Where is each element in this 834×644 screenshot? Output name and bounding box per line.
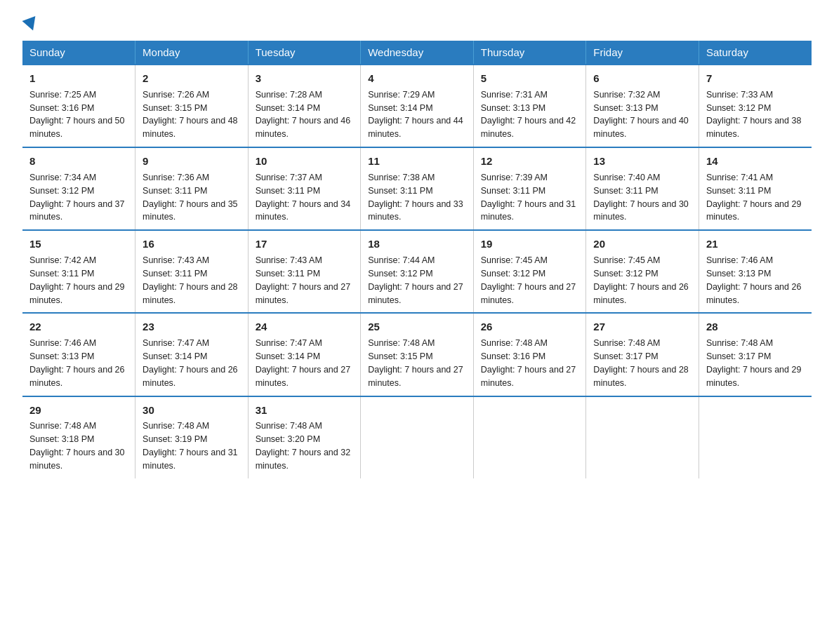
- calendar-cell: 6 Sunrise: 7:32 AMSunset: 3:13 PMDayligh…: [586, 65, 699, 147]
- calendar-cell: 23 Sunrise: 7:47 AMSunset: 3:14 PMDaylig…: [135, 313, 249, 396]
- day-info: Sunrise: 7:48 AMSunset: 3:20 PMDaylight:…: [256, 421, 351, 471]
- calendar-week-row: 15 Sunrise: 7:42 AMSunset: 3:11 PMDaylig…: [22, 230, 812, 313]
- calendar-header: Sunday Monday Tuesday Wednesday Thursday…: [22, 41, 812, 65]
- calendar-cell: 18 Sunrise: 7:44 AMSunset: 3:12 PMDaylig…: [361, 230, 474, 313]
- day-info: Sunrise: 7:44 AMSunset: 3:12 PMDaylight:…: [368, 255, 463, 305]
- day-info: Sunrise: 7:48 AMSunset: 3:17 PMDaylight:…: [706, 338, 802, 388]
- day-info: Sunrise: 7:39 AMSunset: 3:11 PMDaylight:…: [481, 173, 576, 222]
- calendar-week-row: 1 Sunrise: 7:25 AMSunset: 3:16 PMDayligh…: [22, 65, 812, 147]
- day-info: Sunrise: 7:48 AMSunset: 3:19 PMDaylight:…: [143, 421, 238, 471]
- calendar-cell: [361, 396, 474, 478]
- calendar-cell: 24 Sunrise: 7:47 AMSunset: 3:14 PMDaylig…: [248, 313, 361, 396]
- day-number: 3: [256, 71, 354, 86]
- day-info: Sunrise: 7:46 AMSunset: 3:13 PMDaylight:…: [706, 255, 802, 305]
- calendar-cell: 21 Sunrise: 7:46 AMSunset: 3:13 PMDaylig…: [699, 230, 812, 313]
- day-number: 26: [481, 319, 579, 335]
- day-number: 16: [143, 236, 241, 252]
- calendar-cell: 30 Sunrise: 7:48 AMSunset: 3:19 PMDaylig…: [135, 396, 249, 478]
- day-info: Sunrise: 7:48 AMSunset: 3:16 PMDaylight:…: [481, 338, 576, 388]
- day-number: 31: [256, 403, 354, 418]
- calendar-week-row: 8 Sunrise: 7:34 AMSunset: 3:12 PMDayligh…: [22, 147, 812, 230]
- calendar-cell: 13 Sunrise: 7:40 AMSunset: 3:11 PMDaylig…: [586, 147, 699, 230]
- day-number: 29: [29, 403, 128, 418]
- day-info: Sunrise: 7:41 AMSunset: 3:11 PMDaylight:…: [706, 173, 802, 222]
- day-number: 1: [29, 71, 128, 86]
- logo: [22, 17, 38, 29]
- calendar-cell: 3 Sunrise: 7:28 AMSunset: 3:14 PMDayligh…: [248, 65, 361, 147]
- day-info: Sunrise: 7:48 AMSunset: 3:18 PMDaylight:…: [29, 421, 125, 471]
- calendar-cell: [699, 396, 812, 478]
- day-info: Sunrise: 7:40 AMSunset: 3:11 PMDaylight:…: [593, 173, 689, 222]
- calendar-cell: 20 Sunrise: 7:45 AMSunset: 3:12 PMDaylig…: [586, 230, 699, 313]
- day-info: Sunrise: 7:45 AMSunset: 3:12 PMDaylight:…: [481, 255, 576, 305]
- day-info: Sunrise: 7:43 AMSunset: 3:11 PMDaylight:…: [256, 255, 351, 305]
- day-number: 9: [143, 154, 241, 169]
- day-number: 20: [593, 236, 691, 252]
- col-sunday: Sunday: [22, 41, 135, 65]
- day-info: Sunrise: 7:31 AMSunset: 3:13 PMDaylight:…: [481, 90, 576, 140]
- day-info: Sunrise: 7:25 AMSunset: 3:16 PMDaylight:…: [29, 90, 125, 140]
- day-info: Sunrise: 7:48 AMSunset: 3:17 PMDaylight:…: [593, 338, 689, 388]
- day-number: 6: [593, 71, 691, 86]
- day-number: 10: [256, 154, 354, 169]
- day-number: 14: [706, 154, 805, 169]
- day-number: 7: [706, 71, 805, 86]
- day-number: 19: [481, 236, 579, 252]
- calendar-cell: 14 Sunrise: 7:41 AMSunset: 3:11 PMDaylig…: [699, 147, 812, 230]
- calendar-cell: 31 Sunrise: 7:48 AMSunset: 3:20 PMDaylig…: [248, 396, 361, 478]
- day-info: Sunrise: 7:37 AMSunset: 3:11 PMDaylight:…: [256, 173, 351, 222]
- day-info: Sunrise: 7:26 AMSunset: 3:15 PMDaylight:…: [143, 90, 238, 140]
- col-saturday: Saturday: [699, 41, 812, 65]
- day-number: 4: [368, 71, 466, 86]
- calendar-week-row: 29 Sunrise: 7:48 AMSunset: 3:18 PMDaylig…: [22, 396, 812, 478]
- day-info: Sunrise: 7:45 AMSunset: 3:12 PMDaylight:…: [593, 255, 689, 305]
- calendar-cell: 29 Sunrise: 7:48 AMSunset: 3:18 PMDaylig…: [22, 396, 135, 478]
- day-number: 21: [706, 236, 805, 252]
- day-info: Sunrise: 7:47 AMSunset: 3:14 PMDaylight:…: [143, 338, 238, 388]
- day-number: 27: [593, 319, 691, 335]
- calendar-cell: 11 Sunrise: 7:38 AMSunset: 3:11 PMDaylig…: [361, 147, 474, 230]
- calendar-cell: 7 Sunrise: 7:33 AMSunset: 3:12 PMDayligh…: [699, 65, 812, 147]
- day-info: Sunrise: 7:34 AMSunset: 3:12 PMDaylight:…: [29, 173, 125, 222]
- day-number: 11: [368, 154, 466, 169]
- day-number: 15: [29, 236, 128, 252]
- day-number: 8: [29, 154, 128, 169]
- col-thursday: Thursday: [473, 41, 586, 65]
- calendar-cell: 1 Sunrise: 7:25 AMSunset: 3:16 PMDayligh…: [22, 65, 135, 147]
- day-number: 28: [706, 319, 805, 335]
- day-info: Sunrise: 7:46 AMSunset: 3:13 PMDaylight:…: [29, 338, 125, 388]
- calendar-cell: [586, 396, 699, 478]
- col-monday: Monday: [135, 41, 249, 65]
- day-info: Sunrise: 7:28 AMSunset: 3:14 PMDaylight:…: [256, 90, 351, 140]
- day-info: Sunrise: 7:43 AMSunset: 3:11 PMDaylight:…: [143, 255, 238, 305]
- calendar-cell: 5 Sunrise: 7:31 AMSunset: 3:13 PMDayligh…: [473, 65, 586, 147]
- page-header: [22, 17, 812, 29]
- calendar-cell: 22 Sunrise: 7:46 AMSunset: 3:13 PMDaylig…: [22, 313, 135, 396]
- col-friday: Friday: [586, 41, 699, 65]
- day-number: 17: [256, 236, 354, 252]
- calendar-cell: 2 Sunrise: 7:26 AMSunset: 3:15 PMDayligh…: [135, 65, 249, 147]
- day-number: 12: [481, 154, 579, 169]
- calendar-cell: 19 Sunrise: 7:45 AMSunset: 3:12 PMDaylig…: [473, 230, 586, 313]
- logo-triangle-icon: [22, 16, 40, 33]
- day-number: 18: [368, 236, 466, 252]
- calendar-cell: 15 Sunrise: 7:42 AMSunset: 3:11 PMDaylig…: [22, 230, 135, 313]
- calendar-table: Sunday Monday Tuesday Wednesday Thursday…: [22, 41, 812, 478]
- calendar-cell: 12 Sunrise: 7:39 AMSunset: 3:11 PMDaylig…: [473, 147, 586, 230]
- day-info: Sunrise: 7:47 AMSunset: 3:14 PMDaylight:…: [256, 338, 351, 388]
- day-info: Sunrise: 7:33 AMSunset: 3:12 PMDaylight:…: [706, 90, 802, 140]
- calendar-cell: 4 Sunrise: 7:29 AMSunset: 3:14 PMDayligh…: [361, 65, 474, 147]
- col-tuesday: Tuesday: [248, 41, 361, 65]
- day-info: Sunrise: 7:38 AMSunset: 3:11 PMDaylight:…: [368, 173, 463, 222]
- day-info: Sunrise: 7:29 AMSunset: 3:14 PMDaylight:…: [368, 90, 463, 140]
- day-number: 2: [143, 71, 241, 86]
- calendar-cell: 17 Sunrise: 7:43 AMSunset: 3:11 PMDaylig…: [248, 230, 361, 313]
- calendar-week-row: 22 Sunrise: 7:46 AMSunset: 3:13 PMDaylig…: [22, 313, 812, 396]
- day-number: 24: [256, 319, 354, 335]
- day-number: 30: [143, 403, 241, 418]
- day-number: 23: [143, 319, 241, 335]
- day-info: Sunrise: 7:36 AMSunset: 3:11 PMDaylight:…: [143, 173, 238, 222]
- calendar-body: 1 Sunrise: 7:25 AMSunset: 3:16 PMDayligh…: [22, 65, 812, 478]
- calendar-cell: 25 Sunrise: 7:48 AMSunset: 3:15 PMDaylig…: [361, 313, 474, 396]
- calendar-cell: 28 Sunrise: 7:48 AMSunset: 3:17 PMDaylig…: [699, 313, 812, 396]
